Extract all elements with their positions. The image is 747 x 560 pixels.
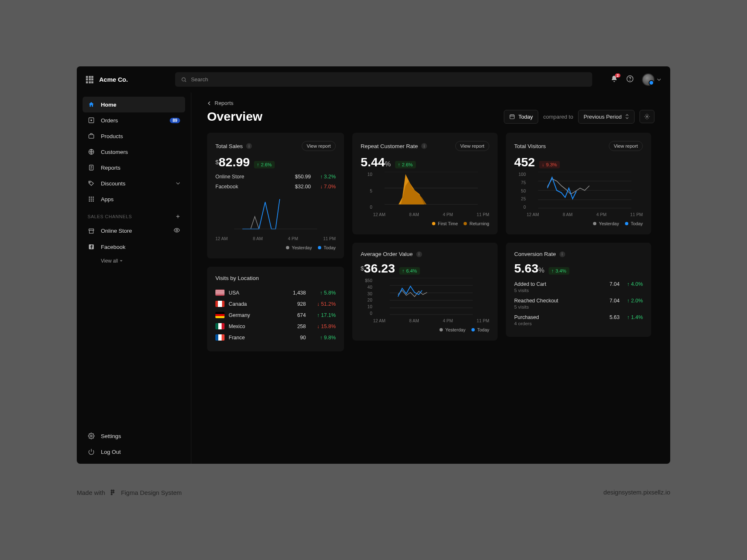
svg-point-3 <box>630 80 630 80</box>
power-icon <box>88 448 95 455</box>
sales-chart <box>215 196 336 233</box>
x-axis: 12 AM 8 AM 4 PM 11 PM <box>373 212 489 217</box>
sidebar-item-logout[interactable]: Log Out <box>83 444 185 460</box>
gear-icon <box>644 114 650 119</box>
location-value: 1,438 <box>285 290 306 296</box>
svg-point-48 <box>111 492 113 494</box>
location-delta: ↑ 5.8% <box>310 290 336 296</box>
flag-icon <box>215 290 225 296</box>
location-row: Germany 674 ↑ 17.1% <box>215 309 336 321</box>
home-icon <box>88 101 95 108</box>
svg-rect-13 <box>89 197 90 198</box>
conversion-row: Reached Checkout 7.04 ↑ 2.0% 5 visits <box>514 295 643 312</box>
period-selector[interactable]: Previous Period <box>578 110 635 124</box>
search-icon <box>181 77 187 83</box>
location-label: USA <box>229 290 281 296</box>
location-delta: ↓ 15.8% <box>310 324 336 329</box>
conversion-delta: ↑ 1.4% <box>620 314 643 320</box>
card-aov: Average Order Value i $36.23 ↑ 6.4% $50 … <box>352 243 498 341</box>
sidebar-item-reports[interactable]: Reports <box>83 160 185 175</box>
globe-icon <box>88 148 95 156</box>
top-actions: 2 <box>610 73 661 86</box>
conversion-sub: 5 visits <box>514 304 599 309</box>
compared-to-label: compared to <box>543 114 573 120</box>
aov-chart <box>373 278 489 315</box>
info-icon[interactable]: i <box>246 143 252 149</box>
card-visitors: Total Visitors View report 452 ↓ 9.3% 10… <box>506 133 651 234</box>
app-body: Home Orders 89 Products Customers Report… <box>77 93 670 464</box>
sidebar-item-label: Apps <box>101 196 114 202</box>
sidebar-item-apps[interactable]: Apps <box>83 191 185 207</box>
chevron-down-icon <box>176 180 180 187</box>
svg-rect-14 <box>91 197 92 198</box>
view-all-link[interactable]: View all <box>83 255 185 267</box>
location-row: USA 1,438 ↑ 5.8% <box>215 287 336 298</box>
card-title: Total Visitors <box>514 143 546 149</box>
sidebar-item-settings[interactable]: Settings <box>83 428 185 444</box>
card-title: Average Order Value i <box>361 251 422 257</box>
app-window: Acme Co. Search 2 Home <box>77 66 670 464</box>
view-report-button[interactable]: View report <box>302 141 336 151</box>
inbox-icon <box>88 117 95 124</box>
sidebar-item-discounts[interactable]: Discounts <box>83 175 185 191</box>
date-picker[interactable]: Today <box>504 110 538 124</box>
view-report-button[interactable]: View report <box>455 141 489 151</box>
sidebar-item-label: Log Out <box>101 449 121 455</box>
delta-up: ↑ 3.4% <box>549 267 569 275</box>
breadcrumb[interactable]: Reports <box>207 100 654 106</box>
svg-point-47 <box>113 489 115 492</box>
user-menu[interactable] <box>642 73 661 86</box>
chevron-down-icon <box>657 78 661 82</box>
settings-button[interactable] <box>640 110 654 123</box>
eye-icon[interactable] <box>173 227 180 235</box>
location-value: 258 <box>285 324 306 329</box>
metric: $82.99 ↑ 2.6% <box>215 155 336 169</box>
svg-point-5 <box>91 120 92 121</box>
svg-rect-16 <box>89 199 90 200</box>
sidebar-item-customers[interactable]: Customers <box>83 144 185 160</box>
location-delta: ↓ 51.2% <box>310 301 336 307</box>
card-title: Visits by Location <box>215 275 336 281</box>
conversion-value: 5.63 <box>599 314 620 320</box>
sidebar-item-products[interactable]: Products <box>83 128 185 144</box>
svg-rect-15 <box>93 197 94 198</box>
svg-point-24 <box>90 435 92 437</box>
apps-grid-icon[interactable] <box>86 76 93 83</box>
caret-down-icon <box>120 259 123 263</box>
add-channel-button[interactable]: + <box>176 213 180 220</box>
sidebar-section-label: SALES CHANNELS + <box>83 207 185 223</box>
location-label: France <box>229 335 281 341</box>
info-icon[interactable]: i <box>421 143 427 149</box>
help-button[interactable] <box>626 75 634 84</box>
svg-rect-26 <box>510 115 515 119</box>
credits-url: designsystem.pixsellz.io <box>603 489 670 496</box>
location-label: Canada <box>229 301 281 307</box>
notifications-button[interactable]: 2 <box>610 75 618 84</box>
legend: Yesterday Today <box>514 221 643 226</box>
x-axis: 12 AM 8 AM 4 PM 11 PM <box>373 318 489 323</box>
sidebar-item-home[interactable]: Home <box>83 97 185 112</box>
search-input[interactable]: Search <box>175 72 592 87</box>
sidebar-item-orders[interactable]: Orders 89 <box>83 112 185 128</box>
view-report-button[interactable]: View report <box>609 141 643 151</box>
info-icon[interactable]: i <box>416 251 422 257</box>
sidebar-item-online-store[interactable]: Online Store <box>83 223 185 239</box>
sidebar-item-label: Settings <box>101 433 121 439</box>
controls: Today compared to Previous Period <box>504 110 654 124</box>
location-row: Mexico 258 ↓ 15.8% <box>215 321 336 332</box>
location-delta: ↑ 9.8% <box>310 335 336 341</box>
location-label: Mexico <box>229 324 281 329</box>
y-axis: $50 40 30 20 10 0 <box>361 278 372 316</box>
card-visits-by-location: Visits by Location USA 1,438 ↑ 5.8% Cana… <box>207 267 344 351</box>
avatar <box>642 73 654 86</box>
sidebar-item-label: Home <box>101 102 117 108</box>
info-icon[interactable]: i <box>559 251 565 257</box>
company-name: Acme Co. <box>99 76 128 83</box>
legend: First Time Returning <box>361 221 489 226</box>
svg-point-49 <box>113 492 115 494</box>
svg-line-1 <box>185 80 186 82</box>
conversion-sub: 4 orders <box>514 321 599 326</box>
conversion-value: 7.04 <box>599 281 620 287</box>
x-axis: 12 AM 8 AM 4 PM 11 PM <box>527 212 643 217</box>
sidebar-item-facebook[interactable]: Facebook <box>83 239 185 255</box>
